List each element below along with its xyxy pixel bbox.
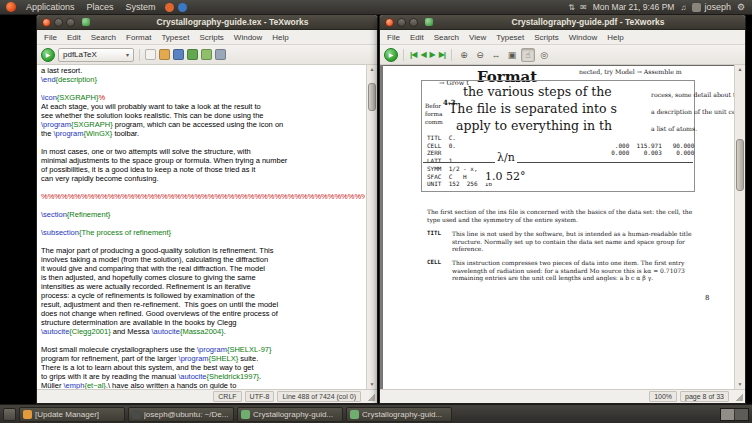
minimize-icon[interactable] — [397, 18, 406, 27]
help-launcher-icon[interactable] — [178, 3, 187, 12]
undo-icon[interactable] — [187, 49, 198, 60]
editor-toolbar: ▶ pdfLaTeX ▾ — [37, 45, 377, 65]
paragraph: The first section of the ins file is con… — [427, 208, 692, 223]
typeset-button[interactable]: ▶ — [41, 48, 55, 62]
editor-line: program for refinement, part of the larg… — [41, 354, 365, 363]
source-segment: minimal adjustments to the space group o… — [41, 156, 287, 165]
user-menu[interactable]: joseph — [692, 2, 731, 12]
menu-edit[interactable]: Edit — [405, 33, 429, 42]
close-icon[interactable] — [42, 18, 51, 27]
editor-line — [41, 138, 365, 147]
taskbar-button[interactable]: [Update Manager] — [19, 407, 125, 422]
editor-line: There is a lot to learn about this syste… — [41, 363, 365, 372]
menu-search[interactable]: Search — [429, 33, 464, 42]
menu-typeset[interactable]: Typeset — [156, 33, 194, 42]
pdf-titlebar[interactable]: Crystallography-guide.pdf - TeXworks — [380, 15, 745, 30]
menu-file[interactable]: File — [39, 33, 62, 42]
ubuntu-logo-icon[interactable] — [6, 2, 16, 12]
minimize-icon[interactable] — [54, 18, 63, 27]
menu-file[interactable]: File — [382, 33, 405, 42]
chevron-down-icon: ▾ — [126, 51, 129, 58]
resize-grip[interactable] — [735, 393, 743, 401]
zoom-out-icon[interactable]: ⊖ — [473, 48, 487, 62]
definition-term: TITL — [427, 230, 447, 253]
menu-window[interactable]: Window — [229, 33, 267, 42]
menu-edit[interactable]: Edit — [62, 33, 86, 42]
scroll-down-icon[interactable]: ▼ — [367, 380, 377, 389]
editor-line: \end{description} — [41, 75, 365, 84]
volume-icon[interactable]: ♫ — [680, 3, 686, 12]
text-fragment: Befor — [425, 102, 443, 110]
horizontal-rule — [423, 162, 693, 163]
scrollbar-thumb[interactable] — [736, 139, 744, 191]
source-segment: program for refinement, part of the larg… — [41, 354, 179, 363]
network-icon[interactable]: ⇅ — [568, 3, 575, 12]
show-desktop-icon[interactable] — [3, 408, 16, 421]
menu-scripts[interactable]: Scripts — [194, 33, 228, 42]
menu-window[interactable]: Window — [564, 33, 602, 42]
panel-menu-system[interactable]: System — [120, 0, 162, 15]
menu-search[interactable]: Search — [86, 33, 121, 42]
scroll-down-icon[interactable]: ▼ — [735, 380, 745, 389]
new-document-icon[interactable] — [145, 49, 156, 60]
typeset-button[interactable]: ▶ — [384, 48, 398, 62]
taskbar-button[interactable]: joseph@ubuntu: ~/De... — [128, 407, 234, 422]
last-page-icon[interactable]: ▶| — [438, 50, 446, 59]
scrollbar-thumb[interactable] — [368, 83, 376, 111]
magnifier-icon[interactable]: ◎ — [537, 48, 551, 62]
editor-scrollbar[interactable]: ▲ ▼ — [366, 65, 377, 389]
open-icon[interactable] — [159, 49, 170, 60]
page-navigation: |◀◀▶▶| — [409, 50, 446, 59]
pdf-statusbar: 100%page 8 of 33 — [380, 389, 745, 403]
editor-text[interactable]: a last resort.\end{description} \icon{SX… — [37, 65, 365, 389]
menu-scripts[interactable]: Scripts — [529, 33, 563, 42]
previous-page-icon[interactable]: ◀ — [419, 50, 426, 59]
taskbar-button[interactable]: Crystallography-guid... — [346, 407, 452, 422]
pdf-view[interactable]: nected, try Model → Assemble m → Grow t … — [380, 65, 745, 389]
clock[interactable]: Mon Mar 21, 9:46 PM — [593, 2, 675, 12]
menu-view[interactable]: View — [464, 33, 491, 42]
magnified-fragment: λ/n — [495, 151, 517, 164]
source-segment: intensities as were actually recorded. R… — [41, 282, 251, 291]
editor-area[interactable]: a last resort.\end{description} \icon{SX… — [37, 65, 377, 389]
editor-line: the \program{WinGX} toolbar. — [41, 129, 365, 138]
scroll-up-icon[interactable]: ▲ — [367, 65, 377, 74]
source-segment: it would give and comparing that with th… — [41, 264, 265, 273]
mail-icon[interactable]: ✉ — [580, 3, 587, 12]
first-page-icon[interactable]: |◀ — [409, 50, 417, 59]
menu-format[interactable]: Format — [121, 33, 156, 42]
power-icon[interactable]: ⚙ — [737, 2, 745, 12]
actual-size-icon[interactable]: ▣ — [505, 48, 519, 62]
save-icon[interactable] — [173, 49, 184, 60]
workspace-2[interactable] — [735, 409, 748, 420]
menu-help[interactable]: Help — [602, 33, 628, 42]
maximize-icon[interactable] — [409, 18, 418, 27]
panel-menu-applications[interactable]: Applications — [20, 0, 81, 15]
source-segment: and Messa — [111, 327, 152, 336]
hand-tool-icon[interactable]: ☝ — [521, 48, 535, 62]
search-icon[interactable] — [215, 49, 226, 60]
maximize-icon[interactable] — [66, 18, 75, 27]
resize-grip[interactable] — [367, 393, 375, 401]
source-segment: \section — [41, 210, 67, 219]
editor-line: does not change when refined. Good overv… — [41, 309, 365, 318]
next-page-icon[interactable]: ▶ — [429, 50, 436, 59]
panel-menu-places[interactable]: Places — [81, 0, 120, 15]
menu-help[interactable]: Help — [267, 33, 293, 42]
close-icon[interactable] — [385, 18, 394, 27]
menu-typeset[interactable]: Typeset — [491, 33, 529, 42]
source-segment: a last resort. — [41, 66, 82, 75]
taskbar-button[interactable]: Crystallography-guid... — [237, 407, 343, 422]
editor-titlebar[interactable]: Crystallography-guide.tex - TeXworks — [37, 15, 377, 30]
pdf-scrollbar[interactable]: ▲ ▼ — [734, 65, 745, 389]
fit-width-icon[interactable]: ↔ — [489, 48, 503, 62]
status-cell: 100% — [649, 391, 677, 402]
scroll-up-icon[interactable]: ▲ — [735, 65, 745, 74]
editor-line: \subsection{The process of refinement} — [41, 228, 365, 237]
pdf-page[interactable]: nected, try Model → Assemble m → Grow t … — [383, 66, 735, 389]
workspace-1[interactable] — [721, 409, 734, 420]
redo-icon[interactable] — [201, 49, 212, 60]
firefox-launcher-icon[interactable] — [165, 3, 174, 12]
zoom-in-icon[interactable]: ⊕ — [457, 48, 471, 62]
engine-selector[interactable]: pdfLaTeX ▾ — [58, 48, 134, 62]
